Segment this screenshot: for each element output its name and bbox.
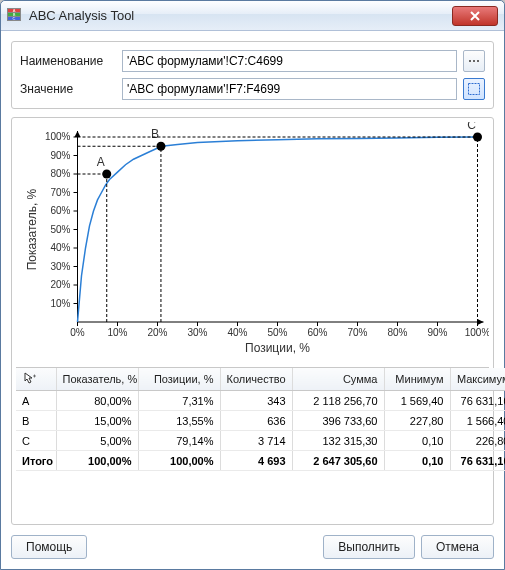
- svg-text:40%: 40%: [227, 327, 247, 338]
- col-count[interactable]: Количество: [220, 368, 292, 391]
- inputs-panel: Наименование Значение: [11, 41, 494, 109]
- col-sum[interactable]: Сумма: [292, 368, 384, 391]
- svg-text:B: B: [151, 127, 159, 141]
- app-icon: A B C: [7, 8, 23, 24]
- svg-rect-2: [477, 60, 479, 62]
- svg-point-60: [473, 133, 482, 142]
- table-header-row: Показатель, % Позиции, % Количество Сумм…: [16, 368, 505, 391]
- svg-text:20%: 20%: [147, 327, 167, 338]
- table-empty-area: [16, 471, 489, 501]
- svg-text:0%: 0%: [70, 327, 85, 338]
- svg-text:40%: 40%: [50, 242, 70, 253]
- svg-text:Позиции, %: Позиции, %: [245, 341, 310, 355]
- close-button[interactable]: [452, 6, 498, 26]
- svg-text:30%: 30%: [187, 327, 207, 338]
- svg-text:100%: 100%: [45, 131, 71, 142]
- col-max[interactable]: Максимум: [450, 368, 505, 391]
- button-bar: Помощь Выполнить Отмена: [11, 535, 494, 559]
- svg-text:10%: 10%: [50, 298, 70, 309]
- value-label: Значение: [20, 82, 122, 96]
- svg-text:70%: 70%: [50, 187, 70, 198]
- svg-text:80%: 80%: [50, 168, 70, 179]
- svg-text:Показатель, %: Показатель, %: [25, 188, 39, 270]
- svg-text:50%: 50%: [50, 224, 70, 235]
- content-area: Наименование Значение 0%10%20%30%40%50%6…: [1, 31, 504, 569]
- help-button[interactable]: Помощь: [11, 535, 87, 559]
- svg-text:C: C: [467, 122, 476, 132]
- app-window: A B C ABC Analysis Tool Наименование Зна…: [0, 0, 505, 570]
- col-positions[interactable]: Позиции, %: [138, 368, 220, 391]
- svg-text:30%: 30%: [50, 261, 70, 272]
- window-title: ABC Analysis Tool: [29, 8, 452, 23]
- name-label: Наименование: [20, 54, 122, 68]
- result-table-wrap: Показатель, % Позиции, % Количество Сумм…: [16, 367, 489, 501]
- svg-text:A: A: [97, 155, 105, 169]
- value-input[interactable]: [122, 78, 457, 100]
- svg-text:60%: 60%: [307, 327, 327, 338]
- name-input[interactable]: [122, 50, 457, 72]
- table-row[interactable]: B15,00%13,55%636396 733,60227,801 566,40: [16, 411, 505, 431]
- pointer-column-header[interactable]: [16, 368, 56, 391]
- svg-text:90%: 90%: [50, 150, 70, 161]
- chart-and-table-panel: 0%10%20%30%40%50%60%70%80%90%100%10%20%3…: [11, 117, 494, 525]
- svg-text:100%: 100%: [465, 327, 489, 338]
- cancel-button[interactable]: Отмена: [421, 535, 494, 559]
- value-picker-button[interactable]: [463, 78, 485, 100]
- svg-text:20%: 20%: [50, 279, 70, 290]
- table-row-total[interactable]: Итого100,00%100,00%4 6932 647 305,600,10…: [16, 451, 505, 471]
- table-row[interactable]: A80,00%7,31%3432 118 256,701 569,4076 63…: [16, 391, 505, 411]
- svg-point-52: [102, 170, 111, 179]
- result-table: Показатель, % Позиции, % Количество Сумм…: [16, 368, 505, 471]
- svg-rect-0: [469, 60, 471, 62]
- svg-text:50%: 50%: [267, 327, 287, 338]
- svg-point-56: [156, 142, 165, 151]
- col-min[interactable]: Минимум: [384, 368, 450, 391]
- svg-text:10%: 10%: [107, 327, 127, 338]
- col-indicator[interactable]: Показатель, %: [56, 368, 138, 391]
- svg-text:70%: 70%: [347, 327, 367, 338]
- svg-text:80%: 80%: [387, 327, 407, 338]
- abc-chart: 0%10%20%30%40%50%60%70%80%90%100%10%20%3…: [16, 122, 489, 367]
- svg-rect-3: [469, 84, 480, 95]
- name-picker-button[interactable]: [463, 50, 485, 72]
- svg-text:60%: 60%: [50, 205, 70, 216]
- svg-rect-1: [473, 60, 475, 62]
- table-row[interactable]: C5,00%79,14%3 714132 315,300,10226,80: [16, 431, 505, 451]
- titlebar[interactable]: A B C ABC Analysis Tool: [1, 1, 504, 31]
- run-button[interactable]: Выполнить: [323, 535, 415, 559]
- svg-text:90%: 90%: [427, 327, 447, 338]
